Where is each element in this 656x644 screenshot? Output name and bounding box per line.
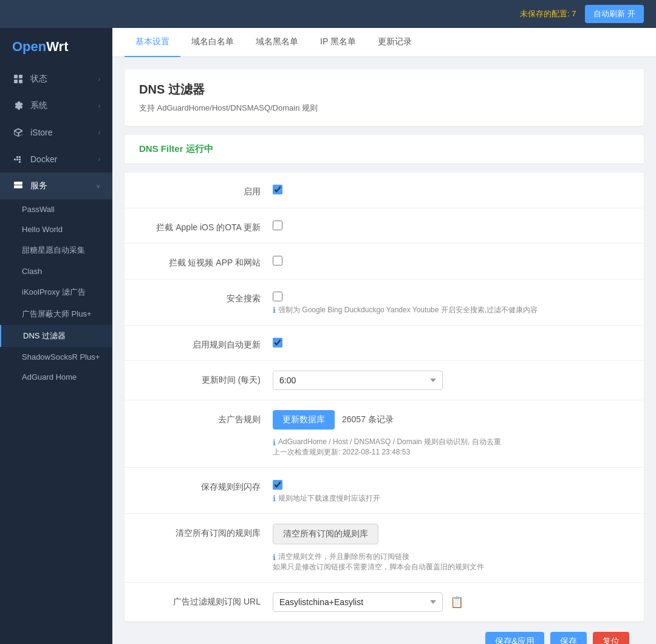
status-text: DNS Filter 运行中 [139, 143, 213, 154]
svg-rect-6 [19, 159, 21, 160]
svg-rect-0 [14, 75, 18, 78]
block-shortv-control [273, 253, 629, 265]
sidebar-item-clash[interactable]: Clash [0, 261, 112, 281]
svg-rect-7 [16, 156, 18, 158]
gear-icon [12, 100, 24, 112]
form-row-save-flash: 保存规则到闪存 ℹ 规则地址下载速度慢时应该打开 [125, 468, 644, 514]
sidebar-item-system[interactable]: 系统 › [0, 92, 112, 119]
form-row-block-ios: 拦截 Apple iOS 的OTA 更新 [125, 208, 644, 244]
block-ios-control [273, 218, 629, 230]
update-time-label: 更新时间 (每天) [139, 371, 273, 386]
clear-rules-help1: ℹ 清空规则文件，并且删除所有的订阅链接 [273, 552, 629, 562]
update-time-select[interactable]: 6:00 0:00 1:00 2:00 3:00 12:00 [273, 371, 443, 390]
safe-search-checkbox-wrapper [273, 289, 629, 301]
sub-url-select[interactable]: Easylistchina+Easylist ChinaList+EasyLis… [273, 592, 443, 612]
save-button[interactable]: 保存 [550, 632, 587, 644]
tab-ip-blacklist[interactable]: IP 黑名单 [309, 28, 367, 57]
clear-rules-label: 清空所有订阅的规则库 [139, 524, 273, 540]
ad-rules-help1-text: AdGuardHome / Host / DNSMASQ / Domain 规则… [278, 437, 501, 447]
clear-rules-help2-text: 如果只是修改订阅链接不需要清空，脚本会自动覆盖旧的规则文件 [273, 562, 484, 572]
tab-whitelist[interactable]: 域名白名单 [180, 28, 245, 57]
sidebar-item-status[interactable]: 状态 › [0, 66, 112, 92]
sidebar-label-system: 系统 [30, 100, 98, 111]
save-flash-help-text: 规则地址下载速度慢时应该打开 [278, 493, 380, 504]
auto-update-checkbox[interactable] [273, 338, 282, 348]
clear-rules-button[interactable]: 清空所有订阅的规则库 [273, 524, 378, 544]
sidebar: OpenWrt 状态 › 系统 › iSt [0, 28, 112, 644]
form-row-ad-rules: 去广告规则 更新数据库 26057 条记录 ℹ AdGuardHome / Ho… [125, 400, 644, 468]
block-shortv-checkbox-wrapper [273, 253, 629, 265]
help-icon: ℹ [273, 306, 276, 315]
block-shortv-checkbox[interactable] [273, 256, 282, 265]
svg-rect-2 [14, 80, 18, 83]
sidebar-item-ikoolproxy[interactable]: iKoolProxy 滤广告 [0, 281, 112, 303]
save-apply-button[interactable]: 保存&应用 [485, 632, 544, 644]
safe-search-label: 安全搜索 [139, 289, 273, 305]
tab-blacklist[interactable]: 域名黑名单 [245, 28, 309, 57]
sidebar-item-hello-world[interactable]: Hello World [0, 219, 112, 239]
block-shortv-label: 拦截 短视频 APP 和网站 [139, 253, 273, 269]
reset-button[interactable]: 复位 [593, 632, 629, 644]
clear-rules-help1-text: 清空规则文件，并且删除所有的订阅链接 [278, 552, 409, 562]
istore-icon [12, 126, 24, 139]
svg-rect-1 [19, 75, 22, 78]
sidebar-label-service: 服务 [30, 180, 96, 191]
sidebar-item-passwall[interactable]: PassWall [0, 199, 112, 219]
block-ios-checkbox[interactable] [273, 221, 282, 230]
sidebar-item-istore[interactable]: iStore › [0, 119, 112, 146]
sub-url-copy-icon[interactable]: 📋 [450, 595, 463, 609]
sub-url-label: 广告过滤规则订阅 URL [139, 592, 273, 608]
ad-rules-info: ℹ AdGuardHome / Host / DNSMASQ / Domain … [273, 437, 629, 457]
save-flash-checkbox[interactable] [273, 480, 282, 490]
auto-update-checkbox-wrapper [273, 335, 629, 348]
safe-search-control: ℹ 强制为 Google Bing Duckduckgo Yandex Yout… [273, 289, 629, 315]
ad-rules-help1: ℹ AdGuardHome / Host / DNSMASQ / Domain … [273, 437, 629, 447]
svg-rect-4 [14, 159, 16, 160]
form-row-enable: 启用 [125, 173, 644, 208]
arrow-icon-istore: › [98, 129, 100, 136]
docker-icon [12, 153, 24, 165]
ad-rules-label: 去广告规则 [139, 410, 273, 426]
safe-search-checkbox[interactable] [273, 292, 282, 301]
form-row-auto-update: 启用规则自动更新 [125, 326, 644, 361]
page-header: DNS 过滤器 支持 AdGuardHome/Host/DNSMASQ/Doma… [125, 69, 644, 126]
page-content: DNS 过滤器 支持 AdGuardHome/Host/DNSMASQ/Doma… [112, 57, 656, 644]
sub-url-row: Easylistchina+Easylist ChinaList+EasyLis… [273, 592, 629, 612]
enable-checkbox[interactable] [273, 185, 282, 194]
ad-rules-help2-text: 上一次检查规则更新: 2022-08-11 23:48:53 [273, 447, 410, 457]
enable-control [273, 182, 629, 194]
main-layout: OpenWrt 状态 › 系统 › iSt [0, 28, 656, 644]
auto-update-label: 启用规则自动更新 [139, 335, 273, 351]
clear-rules-control: 清空所有订阅的规则库 ℹ 清空规则文件，并且删除所有的订阅链接 如果只是修改订阅… [273, 524, 629, 572]
sidebar-item-dns-filter[interactable]: DNS 过滤器 [0, 325, 112, 347]
sidebar-item-service[interactable]: 服务 ∨ [0, 173, 112, 199]
sidebar-label-docker: Docker [30, 154, 98, 164]
auto-refresh-button[interactable]: 自动刷新 开 [585, 5, 644, 23]
ad-rules-inline-row: 更新数据库 26057 条记录 [273, 410, 629, 430]
sidebar-item-shadowsocks[interactable]: ShadowSocksR Plus+ [0, 347, 112, 367]
tab-basic[interactable]: 基本设置 [125, 28, 180, 57]
page-title: DNS 过滤器 [139, 81, 629, 98]
sidebar-item-adblock-plus[interactable]: 广告屏蔽大师 Plus+ [0, 303, 112, 325]
update-time-control: 6:00 0:00 1:00 2:00 3:00 12:00 [273, 371, 629, 390]
form-row-safe-search: 安全搜索 ℹ 强制为 Google Bing Duckduckgo Yandex… [125, 279, 644, 326]
records-badge: 26057 条记录 [342, 414, 394, 425]
unsaved-count: 未保存的配置: 7 [520, 9, 576, 19]
sidebar-item-docker[interactable]: Docker › [0, 146, 112, 173]
form-row-block-shortv: 拦截 短视频 APP 和网站 [125, 244, 644, 279]
help-icon-3: ℹ [273, 553, 276, 562]
sidebar-label-istore: iStore [30, 128, 98, 137]
safe-search-help: ℹ 强制为 Google Bing Duckduckgo Yandex Yout… [273, 305, 629, 315]
update-db-button[interactable]: 更新数据库 [273, 410, 335, 430]
sidebar-item-adguard[interactable]: AdGuard Home [0, 367, 112, 387]
enable-checkbox-wrapper [273, 182, 629, 194]
save-flash-control: ℹ 规则地址下载速度慢时应该打开 [273, 478, 629, 504]
arrow-icon-docker: › [98, 156, 100, 163]
arrow-icon-service: ∨ [96, 183, 100, 190]
tab-update-log[interactable]: 更新记录 [367, 28, 423, 57]
svg-rect-9 [19, 161, 21, 163]
topbar: 未保存的配置: 7 自动刷新 开 [0, 0, 656, 28]
form-row-clear-rules: 清空所有订阅的规则库 清空所有订阅的规则库 ℹ 清空规则文件，并且删除所有的订阅… [125, 514, 644, 583]
arrow-icon-status: › [98, 76, 100, 83]
sidebar-item-candy[interactable]: 甜糖星愿自动采集 [0, 239, 112, 261]
